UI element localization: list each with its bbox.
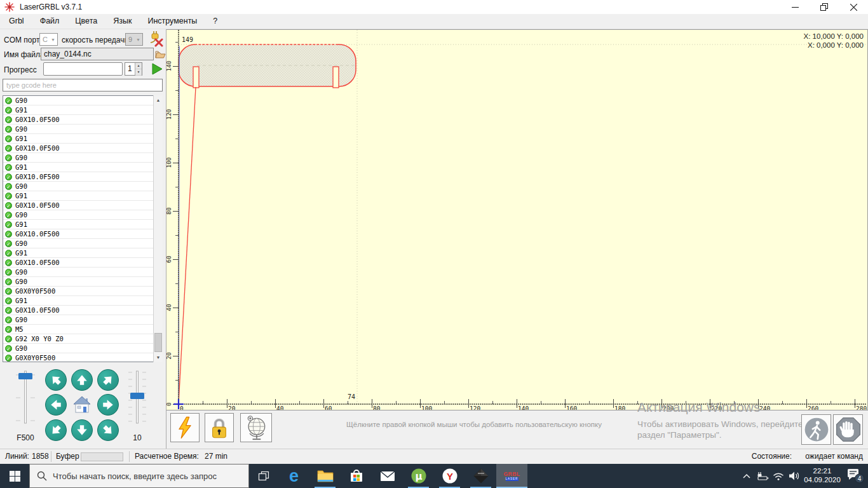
baud-select[interactable]: 9▼: [125, 33, 143, 46]
menu-item[interactable]: Цвета: [68, 14, 104, 29]
feed-slider[interactable]: [14, 367, 37, 428]
notification-center-button[interactable]: 4: [843, 464, 868, 488]
gcode-line[interactable]: ✓ G0X10.0F500: [3, 144, 162, 153]
tray-chevron-icon[interactable]: [738, 464, 754, 488]
gcode-line[interactable]: ✓ G90: [3, 277, 162, 287]
jog-down-right-button[interactable]: [97, 419, 119, 441]
scroll-down-icon[interactable]: ▼: [154, 353, 163, 362]
taskbar-app-explorer[interactable]: [309, 464, 341, 488]
menu-item[interactable]: ?: [206, 14, 224, 29]
check-icon: ✓: [5, 154, 12, 161]
svg-text:160: 160: [566, 405, 577, 410]
svg-text:80: 80: [166, 207, 172, 215]
taskbar-search[interactable]: [29, 464, 249, 488]
feed-value-label: F500: [11, 433, 39, 442]
gcode-line[interactable]: ✓ G90: [3, 268, 162, 277]
resume-button[interactable]: [801, 414, 831, 445]
home-button[interactable]: [71, 394, 93, 416]
taskbar-app-lasergrbl[interactable]: GRBLLASER: [496, 464, 527, 488]
gcode-line[interactable]: ✓ G90: [3, 125, 162, 134]
menu-item[interactable]: Файл: [33, 14, 67, 29]
menu-item[interactable]: Grbl: [2, 14, 31, 29]
jog-up-right-button[interactable]: [97, 369, 119, 391]
jog-right-button[interactable]: [97, 394, 119, 416]
height-marker: 149: [182, 36, 193, 43]
gcode-line[interactable]: ✓ G91: [3, 248, 162, 258]
volume-icon[interactable]: [786, 464, 802, 488]
trace-border-button[interactable]: [240, 413, 272, 442]
step-slider[interactable]: [126, 367, 149, 428]
svg-text:60: 60: [166, 255, 172, 263]
jog-up-left-button[interactable]: [45, 369, 67, 391]
close-button[interactable]: [839, 0, 868, 14]
task-view-button[interactable]: [249, 464, 278, 488]
gcode-line[interactable]: ✓ G0X10.0F500: [3, 172, 162, 182]
gcode-line[interactable]: ✓ G0X10.0F500: [3, 306, 162, 315]
jog-down-button[interactable]: [71, 419, 93, 441]
taskbar-app-store[interactable]: [341, 464, 372, 488]
gcode-line[interactable]: ✓ G92 X0 Y0 Z0: [3, 334, 162, 344]
taskbar-clock[interactable]: 22:21 04.09.2020: [802, 464, 843, 488]
passes-stepper[interactable]: 1 ▲▼: [125, 62, 142, 76]
gcode-line[interactable]: ✓ G0X10.0F500: [3, 115, 162, 125]
menu-item[interactable]: Инструменты: [140, 14, 204, 29]
gcode-line[interactable]: ✓ G0X0Y0F500: [3, 287, 162, 296]
lock-button[interactable]: [205, 413, 234, 442]
svg-text:120: 120: [166, 109, 172, 119]
gcode-line[interactable]: ✓ G90: [3, 315, 162, 325]
restore-button[interactable]: [810, 0, 839, 14]
taskbar-app-edge[interactable]: e: [278, 464, 309, 488]
jog-up-button[interactable]: [71, 369, 93, 391]
gcode-line[interactable]: ✓ G91: [3, 191, 162, 201]
open-file-icon[interactable]: [154, 49, 166, 59]
gcode-line[interactable]: ✓ G91: [3, 134, 162, 144]
connect-disconnect-icon[interactable]: [147, 31, 164, 47]
check-icon: ✓: [5, 288, 12, 295]
gcode-line[interactable]: ✓ G90: [3, 96, 162, 105]
scroll-up-icon[interactable]: ▲: [154, 95, 163, 105]
gcode-line[interactable]: ✓ G90: [3, 153, 162, 163]
gcode-line[interactable]: ✓ M5: [3, 325, 162, 334]
taskbar-app-inkscape[interactable]: [465, 464, 496, 488]
battery-icon[interactable]: [754, 464, 770, 488]
gcode-line[interactable]: ✓ G0X10.0F500: [3, 229, 162, 239]
svg-text:0: 0: [180, 405, 184, 410]
focus-laser-button[interactable]: [170, 413, 200, 442]
stop-button[interactable]: [833, 414, 863, 445]
gcode-line[interactable]: ✓ G91: [3, 296, 162, 306]
taskbar-app-mail[interactable]: [372, 464, 403, 488]
gcode-line[interactable]: ✓ G90: [3, 239, 162, 248]
stepper-up-icon[interactable]: ▲: [135, 63, 142, 69]
menu-item[interactable]: Язык: [106, 14, 139, 29]
gcode-line[interactable]: ✓ G90: [3, 210, 162, 220]
check-icon: ✓: [5, 193, 12, 200]
search-input[interactable]: [53, 471, 237, 481]
filename-field[interactable]: [41, 48, 154, 60]
start-button[interactable]: [0, 464, 29, 488]
gcode-input[interactable]: [3, 79, 163, 92]
gcode-line[interactable]: ✓ G91: [3, 163, 162, 172]
scrollbar-thumb[interactable]: [154, 333, 162, 352]
gcode-list[interactable]: ✓ G90 ✓ G91 ✓ G0X10.0F500 ✓ G90 ✓ G91 ✓ …: [3, 95, 163, 362]
gcode-line[interactable]: ✓ G90: [3, 344, 162, 353]
gcode-preview-canvas[interactable]: X: 10,000 Y: 0,000 X: 0,000 Y: 0,000: [166, 29, 868, 410]
gcode-scrollbar[interactable]: ▲ ▼: [153, 95, 163, 362]
taskbar-app-utorrent[interactable]: µ: [403, 464, 434, 488]
gcode-line[interactable]: ✓ G91: [3, 105, 162, 115]
jog-left-button[interactable]: [45, 394, 67, 416]
stepper-down-icon[interactable]: ▼: [135, 69, 142, 76]
gcode-line[interactable]: ✓ G0X10.0F500: [3, 258, 162, 268]
jog-down-left-button[interactable]: [45, 419, 67, 441]
lines-value: 1858: [32, 452, 49, 461]
lasergrbl-window: LaserGRBL v3.7.1 GrblФайлЦветаЯзыкИнстру…: [0, 0, 868, 488]
gcode-line[interactable]: ✓ G91: [3, 220, 162, 229]
wifi-icon[interactable]: [770, 464, 786, 488]
gcode-line[interactable]: ✓ G0X0Y0F500: [3, 353, 162, 362]
play-button[interactable]: [152, 63, 163, 75]
gcode-line[interactable]: ✓ G90: [3, 182, 162, 191]
com-port-select[interactable]: C▼: [39, 33, 58, 46]
svg-text:40: 40: [166, 304, 172, 311]
gcode-line[interactable]: ✓ G0X10.0F500: [3, 201, 162, 210]
taskbar-app-yandex[interactable]: Y: [434, 464, 465, 488]
minimize-button[interactable]: [780, 0, 810, 14]
